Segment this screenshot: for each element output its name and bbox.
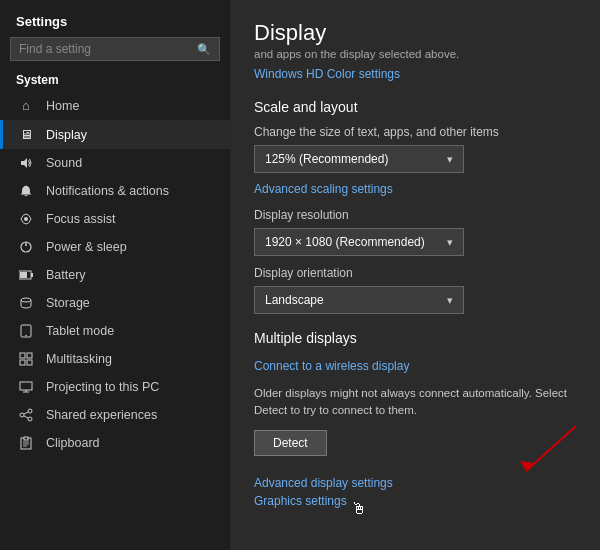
cursor-icon: 🖱 — [351, 500, 367, 518]
size-label: Change the size of text, apps, and other… — [254, 125, 576, 139]
sidebar-item-clipboard[interactable]: Clipboard — [0, 429, 230, 457]
multiple-displays-description: Older displays might not always connect … — [254, 385, 576, 420]
sidebar-item-label: Storage — [46, 296, 90, 310]
main-content: Display and apps on the display selected… — [230, 0, 600, 550]
multiple-displays-title: Multiple displays — [254, 330, 576, 346]
sidebar-item-display[interactable]: 🖥 Display — [0, 120, 230, 149]
svg-rect-12 — [20, 360, 25, 365]
sidebar: Settings 🔍 System ⌂ Home 🖥 Display Sound — [0, 0, 230, 550]
orientation-value: Landscape — [265, 293, 324, 307]
sidebar-item-focus[interactable]: Focus assist — [0, 205, 230, 233]
detect-button[interactable]: Detect — [254, 430, 327, 456]
svg-rect-11 — [27, 353, 32, 358]
sidebar-item-battery[interactable]: Battery — [0, 261, 230, 289]
svg-point-1 — [24, 217, 28, 221]
multiple-displays-section: Multiple displays Connect to a wireless … — [254, 330, 576, 520]
svg-rect-10 — [20, 353, 25, 358]
sidebar-item-sound[interactable]: Sound — [0, 149, 230, 177]
power-icon — [16, 240, 36, 254]
sidebar-item-label: Tablet mode — [46, 324, 114, 338]
sidebar-item-label: Battery — [46, 268, 86, 282]
svg-point-19 — [28, 417, 32, 421]
notifications-icon — [16, 184, 36, 198]
advanced-scaling-link[interactable]: Advanced scaling settings — [254, 182, 393, 196]
windows-hd-link[interactable]: Windows HD Color settings — [254, 67, 400, 81]
sidebar-item-power[interactable]: Power & sleep — [0, 233, 230, 261]
battery-icon — [16, 270, 36, 280]
sidebar-item-label: Notifications & actions — [46, 184, 169, 198]
graphics-settings-link[interactable]: Graphics settings — [254, 494, 347, 508]
sidebar-item-multitasking[interactable]: Multitasking — [0, 345, 230, 373]
sidebar-item-notifications[interactable]: Notifications & actions — [0, 177, 230, 205]
arrow-indicator — [506, 421, 586, 481]
resolution-dropdown[interactable]: 1920 × 1080 (Recommended) ▾ — [254, 228, 464, 256]
scale-value: 125% (Recommended) — [265, 152, 388, 166]
sidebar-item-home[interactable]: ⌂ Home — [0, 91, 230, 120]
svg-line-21 — [24, 416, 28, 418]
sidebar-item-label: Clipboard — [46, 436, 100, 450]
sidebar-title: Settings — [0, 0, 230, 37]
sidebar-item-label: Shared experiences — [46, 408, 157, 422]
multitasking-icon — [16, 352, 36, 366]
svg-point-7 — [21, 298, 31, 302]
system-section-label: System — [0, 69, 230, 91]
svg-rect-14 — [20, 382, 32, 390]
sidebar-item-label: Home — [46, 99, 79, 113]
sidebar-item-label: Focus assist — [46, 212, 115, 226]
search-input[interactable] — [19, 42, 193, 56]
sidebar-item-storage[interactable]: Storage — [0, 289, 230, 317]
search-icon: 🔍 — [197, 43, 211, 56]
display-subtitle: and apps on the display selected above. — [254, 48, 576, 60]
sidebar-item-tablet[interactable]: Tablet mode — [0, 317, 230, 345]
projecting-icon — [16, 381, 36, 393]
chevron-down-icon: ▾ — [447, 236, 453, 249]
clipboard-icon — [16, 436, 36, 450]
svg-rect-23 — [24, 437, 28, 440]
orientation-label: Display orientation — [254, 266, 576, 280]
home-icon: ⌂ — [16, 98, 36, 113]
sidebar-item-shared[interactable]: Shared experiences — [0, 401, 230, 429]
orientation-dropdown[interactable]: Landscape ▾ — [254, 286, 464, 314]
sidebar-item-label: Display — [46, 128, 87, 142]
resolution-value: 1920 × 1080 (Recommended) — [265, 235, 425, 249]
svg-rect-6 — [31, 273, 33, 277]
svg-rect-5 — [20, 272, 27, 278]
svg-line-27 — [526, 426, 576, 471]
connect-wireless-link[interactable]: Connect to a wireless display — [254, 359, 409, 373]
svg-marker-0 — [21, 158, 27, 168]
tablet-icon — [16, 324, 36, 338]
display-icon: 🖥 — [16, 127, 36, 142]
scale-dropdown[interactable]: 125% (Recommended) ▾ — [254, 145, 464, 173]
scale-section-title: Scale and layout — [254, 99, 576, 115]
sound-icon — [16, 156, 36, 170]
resolution-label: Display resolution — [254, 208, 576, 222]
svg-point-17 — [20, 413, 24, 417]
shared-icon — [16, 408, 36, 422]
sidebar-item-label: Power & sleep — [46, 240, 127, 254]
svg-point-18 — [28, 409, 32, 413]
chevron-down-icon: ▾ — [447, 294, 453, 307]
page-title: Display — [254, 20, 576, 46]
sidebar-item-label: Multitasking — [46, 352, 112, 366]
sidebar-item-label: Projecting to this PC — [46, 380, 159, 394]
storage-icon — [16, 296, 36, 310]
focus-icon — [16, 212, 36, 226]
bottom-links: Advanced display settings Graphics setti… — [254, 476, 576, 520]
svg-point-9 — [25, 335, 27, 337]
svg-line-20 — [24, 412, 28, 414]
sidebar-item-label: Sound — [46, 156, 82, 170]
search-box[interactable]: 🔍 — [10, 37, 220, 61]
chevron-down-icon: ▾ — [447, 153, 453, 166]
sidebar-item-projecting[interactable]: Projecting to this PC — [0, 373, 230, 401]
svg-rect-13 — [27, 360, 32, 365]
